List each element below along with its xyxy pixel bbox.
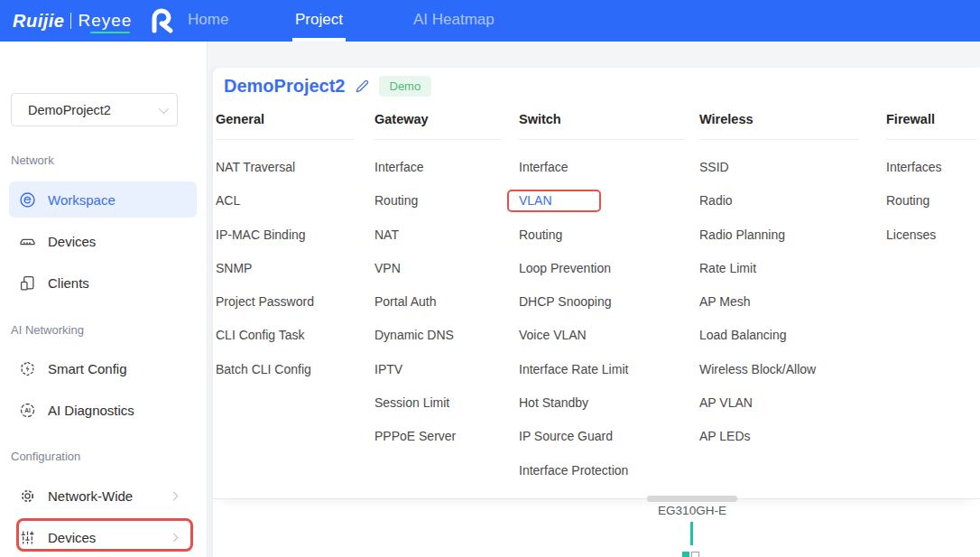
divider (699, 139, 859, 140)
brand: Ruijie Reyee (13, 0, 176, 42)
menu-item-snmp[interactable]: SNMP (216, 252, 354, 285)
menu-item-gw-dynamic-dns[interactable]: Dynamic DNS (374, 319, 502, 352)
section-label-network: Network (11, 153, 54, 167)
sidebar-item-label: Workspace (48, 192, 116, 208)
menu-column-gateway: Gateway Interface Routing NAT VPN Portal… (374, 99, 502, 454)
sidebar-item-label: Devices (48, 530, 96, 545)
menu-item-wl-wireless-block-allow[interactable]: Wireless Block/Allow (699, 353, 859, 386)
menu-item-batch-cli-config[interactable]: Batch CLI Config (216, 353, 354, 386)
sidebar-item-smart-config[interactable]: Smart Config (9, 350, 197, 386)
menu-item-gw-session-limit[interactable]: Session Limit (374, 386, 502, 420)
divider (216, 139, 354, 140)
topology-port-icon (691, 552, 699, 557)
divider (886, 139, 976, 140)
menu-item-wl-radio-planning[interactable]: Radio Planning (699, 218, 859, 252)
menu-item-gw-interface[interactable]: Interface (374, 151, 502, 184)
menu-item-gw-portal-auth[interactable]: Portal Auth (374, 285, 502, 319)
menu-item-fw-interfaces[interactable]: Interfaces (886, 151, 976, 184)
sidebar-item-devices[interactable]: Devices (9, 223, 197, 259)
menu-item-gw-routing[interactable]: Routing (374, 184, 502, 218)
menu-column-wireless: Wireless SSID Radio Radio Planning Rate … (699, 99, 859, 454)
menu-item-cli-config-task[interactable]: CLI Config Task (216, 319, 354, 352)
edit-pencil-icon[interactable] (355, 79, 370, 94)
ai-diagnostics-icon: AI (20, 403, 35, 418)
sidebar-item-ai-diagnostics[interactable]: AI AI Diagnostics (9, 392, 197, 428)
brand-ruijie: Ruijie (13, 11, 64, 32)
sidebar-item-workspace[interactable]: Workspace (9, 181, 197, 218)
topology-port-icon (682, 552, 689, 557)
project-selector[interactable]: DemoProject2 (11, 93, 178, 126)
sidebar-item-label: Clients (48, 275, 89, 291)
menu-item-gw-nat[interactable]: NAT (374, 218, 502, 252)
menu-column-switch: Switch Interface VLAN Routing Loop Preve… (519, 99, 684, 487)
section-label-ai-networking: AI Networking (11, 323, 84, 337)
sidebar-item-label: AI Diagnostics (48, 403, 134, 418)
menu-item-wl-load-balancing[interactable]: Load Balancing (699, 319, 859, 352)
menu-item-sw-loop-prevention[interactable]: Loop Prevention (519, 252, 684, 285)
project-title-row: DemoProject2 Demo (224, 76, 431, 97)
section-label-configuration: Configuration (11, 450, 80, 463)
menu-item-wl-ap-mesh[interactable]: AP Mesh (699, 285, 859, 319)
menu-item-sw-interface-protection[interactable]: Interface Protection (519, 454, 684, 487)
menu-column-title: General (216, 112, 354, 126)
switch-device-icon (20, 234, 35, 249)
menu-column-title: Switch (519, 112, 684, 126)
gear-icon (20, 488, 35, 504)
page-title: DemoProject2 (224, 76, 346, 97)
menu-item-project-password[interactable]: Project Password (216, 285, 354, 319)
chevron-right-icon (170, 491, 179, 500)
chevron-down-icon (159, 103, 169, 113)
menu-item-ip-mac-binding[interactable]: IP-MAC Binding (216, 218, 354, 252)
menu-item-wl-ap-vlan[interactable]: AP VLAN (699, 386, 859, 420)
sidebar-item-label: Network-Wide (48, 488, 133, 504)
topology-device-top-edge (647, 496, 737, 502)
project-selector-value: DemoProject2 (28, 103, 159, 117)
menu-item-wl-rate-limit[interactable]: Rate Limit (699, 252, 859, 285)
svg-text:AI: AI (24, 407, 31, 413)
topology-device-label[interactable]: EG310GH-E (643, 504, 742, 517)
clients-icon (20, 275, 35, 291)
menu-item-gw-iptv[interactable]: IPTV (374, 353, 502, 386)
tab-ai-heatmap[interactable]: AI Heatmap (413, 0, 495, 42)
reyee-cloud-logo-icon (145, 7, 176, 34)
sidebar-item-network-wide[interactable]: Network-Wide (9, 478, 197, 514)
menu-item-sw-vlan[interactable]: VLAN (519, 184, 684, 218)
menu-item-sw-interface-rate-limit[interactable]: Interface Rate Limit (519, 353, 684, 386)
menu-item-fw-routing[interactable]: Routing (886, 184, 976, 218)
menu-item-wl-ap-leds[interactable]: AP LEDs (699, 420, 859, 453)
menu-item-wl-ssid[interactable]: SSID (699, 151, 859, 184)
menu-item-sw-hot-standby[interactable]: Hot Standby (519, 386, 684, 420)
smart-config-icon (20, 361, 35, 376)
menu-item-sw-voice-vlan[interactable]: Voice VLAN (519, 319, 684, 352)
chevron-right-icon (170, 533, 179, 542)
menu-item-sw-ip-source-guard[interactable]: IP Source Guard (519, 420, 684, 453)
menu-column-title: Wireless (699, 112, 859, 126)
menu-item-nat-traversal[interactable]: NAT Traversal (216, 151, 354, 184)
menu-column-general: General NAT Traversal ACL IP-MAC Binding… (216, 99, 354, 386)
divider (374, 139, 502, 140)
demo-badge: Demo (379, 76, 432, 97)
menu-item-gw-vpn[interactable]: VPN (374, 252, 502, 285)
sidebar: DemoProject2 Network Workspace Devices C… (0, 42, 208, 557)
sidebar-item-label: Smart Config (48, 361, 127, 376)
brand-separator (70, 13, 71, 29)
sidebar-item-label: Devices (48, 234, 96, 249)
tab-home[interactable]: Home (188, 0, 228, 42)
topology-link-line (690, 522, 693, 545)
menu-item-sw-dhcp-snooping[interactable]: DHCP Snooping (519, 285, 684, 319)
menu-item-gw-pppoe-server[interactable]: PPPoE Server (374, 420, 502, 453)
workspace-icon (20, 192, 35, 208)
menu-item-sw-routing[interactable]: Routing (519, 218, 684, 252)
menu-column-title: Gateway (374, 112, 502, 126)
menu-item-sw-interface[interactable]: Interface (519, 151, 684, 184)
menu-item-label: VLAN (519, 193, 552, 208)
sidebar-item-clients[interactable]: Clients (9, 265, 197, 301)
brand-reyee: Reyee (78, 11, 132, 31)
app-root: { "topbar": { "brand_left": "Ruijie", "b… (0, 0, 980, 557)
tab-project[interactable]: Project (295, 0, 343, 42)
sidebar-item-config-devices[interactable]: Devices (9, 519, 197, 555)
sliders-icon (20, 530, 35, 545)
menu-item-acl[interactable]: ACL (216, 184, 354, 218)
menu-item-wl-radio[interactable]: Radio (699, 184, 859, 218)
menu-item-fw-licenses[interactable]: Licenses (886, 218, 976, 252)
